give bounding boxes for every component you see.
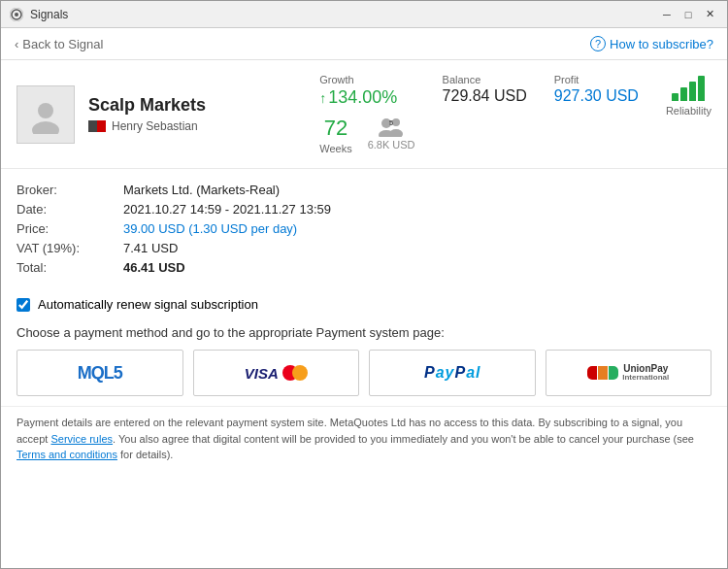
subscribers-icon: 5 bbox=[376, 116, 407, 137]
reliability-label: Reliability bbox=[666, 105, 711, 117]
terms-conditions-link[interactable]: Terms and conditions bbox=[17, 449, 117, 460]
date-value: 2021.10.27 14:59 - 2021.11.27 13:59 bbox=[123, 202, 331, 217]
app-icon bbox=[9, 7, 24, 22]
bar-2 bbox=[680, 87, 687, 101]
reliability-bar-chart bbox=[672, 74, 705, 101]
price-row: Price: 39.00 USD (1.30 USD per day) bbox=[17, 221, 711, 236]
how-to-subscribe-label: How to subscribe? bbox=[610, 37, 713, 51]
paypal-p: P bbox=[424, 364, 435, 382]
broker-value: Markets Ltd. (Markets-Real) bbox=[123, 183, 280, 197]
signal-author-row: Henry Sebastian bbox=[88, 119, 206, 133]
paypal-payment-button[interactable]: P a y P a l bbox=[369, 350, 536, 396]
vat-key: VAT (19%): bbox=[17, 241, 123, 255]
visa-payment-button[interactable]: VISA bbox=[193, 350, 360, 396]
back-label: Back to Signal bbox=[22, 37, 103, 51]
bar-4 bbox=[698, 76, 705, 101]
paypal-l: l bbox=[476, 364, 480, 382]
nav-bar: ‹ Back to Signal ? How to subscribe? bbox=[1, 28, 727, 60]
broker-key: Broker: bbox=[17, 183, 123, 197]
auto-renew-checkbox[interactable] bbox=[17, 298, 30, 312]
date-row: Date: 2021.10.27 14:59 - 2021.11.27 13:5… bbox=[17, 202, 711, 217]
price-key: Price: bbox=[17, 221, 123, 236]
signal-name: Scalp Markets bbox=[88, 95, 206, 116]
growth-arrow-icon: ↑ bbox=[319, 90, 326, 106]
profit-label: Profit bbox=[554, 74, 579, 85]
broker-row: Broker: Markets Ltd. (Markets-Real) bbox=[17, 183, 711, 197]
auto-renew-row[interactable]: Automatically renew signal subscription bbox=[1, 289, 727, 319]
unionpay-logo: UnionPay International bbox=[587, 363, 669, 383]
payment-section: Choose a payment method and go to the ap… bbox=[1, 319, 727, 406]
bar-1 bbox=[672, 93, 678, 101]
auto-renew-label: Automatically renew signal subscription bbox=[38, 297, 258, 312]
svg-point-3 bbox=[38, 103, 53, 118]
reliability-stat: Reliability bbox=[666, 74, 711, 117]
minimize-button[interactable]: ─ bbox=[657, 5, 677, 24]
unionpay-text: UnionPay International bbox=[622, 363, 669, 383]
help-icon: ? bbox=[590, 36, 606, 51]
how-to-subscribe-link[interactable]: ? How to subscribe? bbox=[590, 36, 713, 51]
title-bar: Signals ─ □ ✕ bbox=[1, 1, 727, 28]
footer-text-after-link1: . You also agree that digital content wi… bbox=[113, 433, 694, 445]
signal-author-name: Henry Sebastian bbox=[112, 119, 198, 133]
restore-button[interactable]: □ bbox=[678, 5, 698, 24]
balance-value: 729.84 USD bbox=[443, 87, 527, 105]
profit-value: 927.30 USD bbox=[554, 87, 639, 105]
subscribers-count: 6.8K USD bbox=[368, 139, 415, 151]
total-value: 46.41 USD bbox=[123, 260, 185, 275]
growth-value: 134.00% bbox=[328, 87, 397, 108]
details-section: Broker: Markets Ltd. (Markets-Real) Date… bbox=[1, 169, 727, 289]
paypal-a: a bbox=[436, 364, 445, 382]
date-key: Date: bbox=[17, 202, 123, 217]
mql5-payment-button[interactable]: MQL5 bbox=[17, 350, 183, 396]
weeks-value: 72 bbox=[324, 116, 347, 141]
svg-text:5: 5 bbox=[389, 118, 394, 127]
growth-label: Growth bbox=[319, 74, 353, 85]
country-flag-icon bbox=[88, 120, 106, 132]
mql5-logo: MQL5 bbox=[78, 363, 122, 384]
close-button[interactable]: ✕ bbox=[700, 5, 719, 24]
signal-header: Scalp Markets Henry Sebastian Growth ↑ 1… bbox=[1, 60, 727, 169]
footer-text-after-link2: for details). bbox=[117, 449, 173, 460]
paypal-a2: a bbox=[466, 364, 475, 382]
growth-stat: Growth ↑ 134.00% 72 Weeks bbox=[319, 74, 414, 154]
paypal-logo: P a y P a l bbox=[424, 364, 480, 382]
weeks-stat: 72 Weeks bbox=[319, 116, 351, 154]
vat-value: 7.41 USD bbox=[123, 241, 178, 255]
bar-3 bbox=[689, 82, 696, 101]
visa-logo: VISA bbox=[245, 365, 279, 382]
profit-stat: Profit 927.30 USD bbox=[554, 74, 639, 105]
svg-point-1 bbox=[15, 13, 18, 17]
avatar bbox=[17, 85, 75, 144]
window-title: Signals bbox=[30, 8, 657, 21]
svg-point-8 bbox=[389, 129, 403, 137]
service-rules-link[interactable]: Service rules bbox=[50, 433, 113, 445]
payment-label: Choose a payment method and go to the ap… bbox=[17, 325, 711, 340]
footer-text: Payment details are entered on the relev… bbox=[1, 406, 727, 473]
svg-point-4 bbox=[32, 121, 59, 134]
back-chevron-icon: ‹ bbox=[15, 37, 18, 51]
window-controls: ─ □ ✕ bbox=[657, 5, 719, 24]
unionpay-payment-button[interactable]: UnionPay International bbox=[546, 350, 712, 396]
price-value: 39.00 USD (1.30 USD per day) bbox=[123, 221, 297, 236]
stats-area: Growth ↑ 134.00% 72 Weeks bbox=[319, 74, 711, 154]
signal-info: Scalp Markets Henry Sebastian bbox=[88, 95, 206, 133]
weeks-label: Weeks bbox=[319, 143, 351, 154]
growth-value-row: ↑ 134.00% bbox=[319, 87, 397, 108]
total-row: Total: 46.41 USD bbox=[17, 260, 711, 275]
subscribers-stat: 5 6.8K USD bbox=[368, 116, 415, 154]
payment-methods: MQL5 VISA P a y P a l bbox=[17, 350, 711, 396]
balance-stat: Balance 729.84 USD bbox=[443, 74, 527, 105]
total-key: Total: bbox=[17, 260, 123, 275]
paypal-y: y bbox=[446, 364, 454, 382]
vat-row: VAT (19%): 7.41 USD bbox=[17, 241, 711, 255]
back-link[interactable]: ‹ Back to Signal bbox=[15, 37, 103, 51]
mastercard-logo bbox=[282, 365, 308, 381]
balance-label: Balance bbox=[443, 74, 481, 85]
paypal-p2-letter: P bbox=[454, 364, 465, 382]
mastercard-orange-circle bbox=[292, 365, 308, 381]
main-window: Signals ─ □ ✕ ‹ Back to Signal ? How to … bbox=[0, 0, 728, 569]
